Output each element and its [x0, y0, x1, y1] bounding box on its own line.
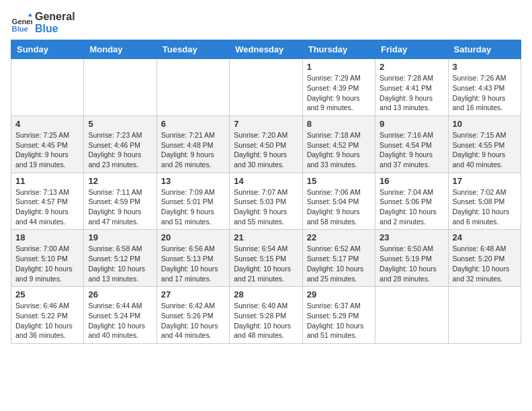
- day-number: 8: [307, 119, 371, 129]
- day-info: Sunrise: 6:40 AM Sunset: 5:28 PM Dayligh…: [234, 301, 298, 340]
- day-number: 27: [161, 289, 225, 300]
- calendar-week-row: 25Sunrise: 6:46 AM Sunset: 5:22 PM Dayli…: [11, 287, 521, 344]
- calendar-cell: 2Sunrise: 7:28 AM Sunset: 4:41 PM Daylig…: [375, 59, 448, 116]
- calendar-cell: 19Sunrise: 6:58 AM Sunset: 5:12 PM Dayli…: [84, 230, 157, 287]
- day-number: 3: [453, 62, 517, 72]
- day-info: Sunrise: 7:18 AM Sunset: 4:52 PM Dayligh…: [307, 130, 371, 170]
- weekday-header-wednesday: Wednesday: [230, 40, 302, 59]
- calendar-cell: 14Sunrise: 7:07 AM Sunset: 5:03 PM Dayli…: [230, 173, 302, 230]
- calendar-cell: 27Sunrise: 6:42 AM Sunset: 5:26 PM Dayli…: [157, 287, 229, 344]
- day-info: Sunrise: 7:25 AM Sunset: 4:45 PM Dayligh…: [15, 130, 79, 170]
- day-info: Sunrise: 7:28 AM Sunset: 4:41 PM Dayligh…: [380, 73, 443, 113]
- day-number: 14: [234, 176, 298, 186]
- calendar-cell: 28Sunrise: 6:40 AM Sunset: 5:28 PM Dayli…: [230, 287, 302, 344]
- day-number: 29: [307, 289, 371, 300]
- day-number: 10: [453, 119, 517, 129]
- day-info: Sunrise: 7:07 AM Sunset: 5:03 PM Dayligh…: [234, 187, 298, 227]
- calendar-cell: 16Sunrise: 7:04 AM Sunset: 5:06 PM Dayli…: [375, 173, 448, 230]
- day-info: Sunrise: 7:02 AM Sunset: 5:08 PM Dayligh…: [453, 187, 517, 227]
- calendar-cell: 25Sunrise: 6:46 AM Sunset: 5:22 PM Dayli…: [11, 287, 84, 344]
- svg-text:Blue: Blue: [12, 24, 28, 32]
- day-info: Sunrise: 6:58 AM Sunset: 5:12 PM Dayligh…: [88, 244, 152, 283]
- calendar-cell: 18Sunrise: 7:00 AM Sunset: 5:10 PM Dayli…: [11, 230, 84, 287]
- day-info: Sunrise: 7:26 AM Sunset: 4:43 PM Dayligh…: [453, 73, 517, 113]
- calendar-week-row: 4Sunrise: 7:25 AM Sunset: 4:45 PM Daylig…: [11, 116, 521, 173]
- svg-text:General: General: [12, 17, 32, 25]
- logo-text: GeneralBlue: [35, 11, 75, 34]
- day-info: Sunrise: 6:42 AM Sunset: 5:26 PM Dayligh…: [161, 301, 225, 340]
- day-info: Sunrise: 7:29 AM Sunset: 4:39 PM Dayligh…: [307, 73, 371, 113]
- calendar-cell: 17Sunrise: 7:02 AM Sunset: 5:08 PM Dayli…: [448, 173, 521, 230]
- day-info: Sunrise: 6:50 AM Sunset: 5:19 PM Dayligh…: [380, 244, 443, 283]
- logo: General Blue GeneralBlue: [11, 11, 75, 34]
- calendar-cell: [84, 59, 157, 116]
- day-number: 24: [453, 232, 517, 242]
- calendar-cell: [11, 59, 84, 116]
- calendar-week-row: 11Sunrise: 7:13 AM Sunset: 4:57 PM Dayli…: [11, 173, 521, 230]
- day-number: 17: [453, 176, 517, 186]
- calendar-cell: 13Sunrise: 7:09 AM Sunset: 5:01 PM Dayli…: [157, 173, 229, 230]
- day-number: 25: [15, 289, 79, 300]
- day-info: Sunrise: 7:00 AM Sunset: 5:10 PM Dayligh…: [15, 244, 79, 283]
- calendar-week-row: 1Sunrise: 7:29 AM Sunset: 4:39 PM Daylig…: [11, 59, 521, 116]
- day-number: 7: [234, 119, 298, 129]
- day-number: 15: [307, 176, 371, 186]
- day-number: 11: [15, 176, 79, 186]
- day-info: Sunrise: 6:56 AM Sunset: 5:13 PM Dayligh…: [161, 244, 225, 283]
- calendar-cell: 26Sunrise: 6:44 AM Sunset: 5:24 PM Dayli…: [84, 287, 157, 344]
- calendar-week-row: 18Sunrise: 7:00 AM Sunset: 5:10 PM Dayli…: [11, 230, 521, 287]
- day-number: 16: [380, 176, 443, 186]
- day-number: 20: [161, 232, 225, 242]
- day-number: 5: [88, 119, 152, 129]
- day-info: Sunrise: 7:04 AM Sunset: 5:06 PM Dayligh…: [380, 187, 443, 227]
- day-info: Sunrise: 7:13 AM Sunset: 4:57 PM Dayligh…: [15, 187, 79, 227]
- page-header: General Blue GeneralBlue: [11, 11, 521, 34]
- day-number: 4: [15, 119, 79, 129]
- calendar-cell: 20Sunrise: 6:56 AM Sunset: 5:13 PM Dayli…: [157, 230, 229, 287]
- day-number: 9: [380, 119, 443, 129]
- day-number: 22: [307, 232, 371, 242]
- calendar-cell: 12Sunrise: 7:11 AM Sunset: 4:59 PM Dayli…: [84, 173, 157, 230]
- calendar-cell: 4Sunrise: 7:25 AM Sunset: 4:45 PM Daylig…: [11, 116, 84, 173]
- day-number: 19: [88, 232, 152, 242]
- weekday-header-thursday: Thursday: [302, 40, 375, 59]
- calendar-cell: 5Sunrise: 7:23 AM Sunset: 4:46 PM Daylig…: [84, 116, 157, 173]
- day-info: Sunrise: 7:15 AM Sunset: 4:55 PM Dayligh…: [453, 130, 517, 170]
- day-info: Sunrise: 7:23 AM Sunset: 4:46 PM Dayligh…: [88, 130, 152, 170]
- day-number: 12: [88, 176, 152, 186]
- calendar-cell: 8Sunrise: 7:18 AM Sunset: 4:52 PM Daylig…: [302, 116, 375, 173]
- calendar-table: SundayMondayTuesdayWednesdayThursdayFrid…: [11, 40, 521, 344]
- day-info: Sunrise: 7:09 AM Sunset: 5:01 PM Dayligh…: [161, 187, 225, 227]
- day-info: Sunrise: 7:11 AM Sunset: 4:59 PM Dayligh…: [88, 187, 152, 227]
- day-info: Sunrise: 6:54 AM Sunset: 5:15 PM Dayligh…: [234, 244, 298, 283]
- day-info: Sunrise: 7:21 AM Sunset: 4:48 PM Dayligh…: [161, 130, 225, 170]
- day-number: 6: [161, 119, 225, 129]
- weekday-header-tuesday: Tuesday: [157, 40, 229, 59]
- calendar-cell: 3Sunrise: 7:26 AM Sunset: 4:43 PM Daylig…: [448, 59, 521, 116]
- calendar-cell: 24Sunrise: 6:48 AM Sunset: 5:20 PM Dayli…: [448, 230, 521, 287]
- day-number: 21: [234, 232, 298, 242]
- calendar-cell: [375, 287, 448, 344]
- day-info: Sunrise: 6:46 AM Sunset: 5:22 PM Dayligh…: [15, 301, 79, 340]
- calendar-cell: [448, 287, 521, 344]
- day-info: Sunrise: 6:48 AM Sunset: 5:20 PM Dayligh…: [453, 244, 517, 283]
- logo-icon: General Blue: [11, 12, 32, 34]
- day-number: 26: [88, 289, 152, 300]
- day-number: 28: [234, 289, 298, 300]
- svg-marker-2: [28, 13, 32, 16]
- calendar-cell: 6Sunrise: 7:21 AM Sunset: 4:48 PM Daylig…: [157, 116, 229, 173]
- calendar-cell: 22Sunrise: 6:52 AM Sunset: 5:17 PM Dayli…: [302, 230, 375, 287]
- calendar-cell: 23Sunrise: 6:50 AM Sunset: 5:19 PM Dayli…: [375, 230, 448, 287]
- day-info: Sunrise: 7:06 AM Sunset: 5:04 PM Dayligh…: [307, 187, 371, 227]
- day-number: 1: [307, 62, 371, 72]
- calendar-cell: 15Sunrise: 7:06 AM Sunset: 5:04 PM Dayli…: [302, 173, 375, 230]
- calendar-cell: [157, 59, 229, 116]
- day-info: Sunrise: 7:20 AM Sunset: 4:50 PM Dayligh…: [234, 130, 298, 170]
- weekday-header-monday: Monday: [84, 40, 157, 59]
- day-number: 13: [161, 176, 225, 186]
- calendar-cell: 9Sunrise: 7:16 AM Sunset: 4:54 PM Daylig…: [375, 116, 448, 173]
- calendar-cell: 29Sunrise: 6:37 AM Sunset: 5:29 PM Dayli…: [302, 287, 375, 344]
- weekday-header-friday: Friday: [375, 40, 448, 59]
- calendar-cell: 21Sunrise: 6:54 AM Sunset: 5:15 PM Dayli…: [230, 230, 302, 287]
- day-info: Sunrise: 6:44 AM Sunset: 5:24 PM Dayligh…: [88, 301, 152, 340]
